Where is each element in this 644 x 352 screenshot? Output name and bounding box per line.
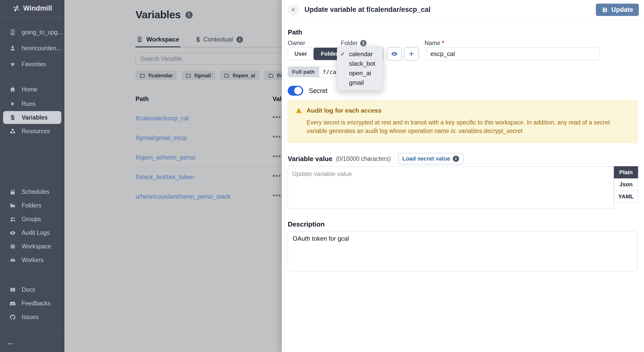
add-folder-button[interactable] <box>404 47 419 61</box>
drawer-header: Update variable at f/calendar/escp_cal U… <box>282 0 644 20</box>
description-textarea[interactable]: OAuth token for gcal <box>288 231 637 271</box>
update-button-label: Update <box>611 6 633 13</box>
home-icon <box>9 86 16 93</box>
sidebar-item-audit-logs[interactable]: Audit Logs <box>0 226 64 240</box>
plus-icon <box>409 48 414 59</box>
windmill-pinwheel-icon <box>12 5 20 12</box>
sidebar-item-favorites[interactable]: Favorites <box>0 56 64 72</box>
format-tab-yaml[interactable]: YAML <box>614 190 638 203</box>
load-secret-value-button[interactable]: Load secret value <box>398 153 463 164</box>
dollar-icon <box>9 114 16 121</box>
dropdown-item-gmail[interactable]: gmail <box>337 78 383 87</box>
nav-label: Audit Logs <box>22 229 50 236</box>
groups-icon <box>9 216 16 223</box>
full-path-label: Full path <box>288 67 319 77</box>
load-secret-value-label: Load secret value <box>402 155 450 162</box>
drawer-title: Update variable at f/calendar/escp_cal <box>304 6 590 14</box>
nav-label: Feedbacks <box>22 300 51 307</box>
gear-icon <box>9 243 16 250</box>
variable-name-input[interactable] <box>426 47 600 60</box>
nav-label: Schedules <box>22 188 49 195</box>
sidebar-secondary-nav: Schedules Folders Groups Audit Logs <box>0 185 64 267</box>
nav-label: Variables <box>22 114 48 121</box>
info-icon[interactable] <box>360 40 367 46</box>
path-labels-row: Owner Folder Name * <box>288 40 637 47</box>
close-icon <box>291 6 295 14</box>
favorites-label: Favorites <box>22 61 46 68</box>
workspace-name: going_to_upg... <box>22 29 63 36</box>
user-menu[interactable]: henricourden... <box>0 40 64 56</box>
owner-user-button[interactable]: User <box>288 48 313 60</box>
nav-label: Groups <box>22 216 41 223</box>
owner-label: Owner <box>288 40 341 47</box>
robot-icon <box>9 257 16 263</box>
dropdown-item-slack-bot[interactable]: slack_bot <box>337 59 383 68</box>
star-icon <box>9 61 16 68</box>
dropdown-item-label: calendar <box>349 51 373 58</box>
collapse-sidebar-icon[interactable] <box>7 338 15 346</box>
nav-label: Runs <box>22 100 36 107</box>
building-icon <box>9 29 16 36</box>
folder-dropdown-menu: calendar slack_bot open_ai gmail <box>337 46 383 90</box>
sidebar-item-runs[interactable]: Runs <box>0 97 64 111</box>
format-tab-json[interactable]: Json <box>614 178 638 191</box>
secret-toggle[interactable] <box>288 86 303 96</box>
windmill-logo[interactable]: Windmill <box>0 0 64 17</box>
warning-body: Every secret is encrypted at rest and in… <box>307 118 630 135</box>
dropdown-item-label: gmail <box>349 79 364 86</box>
close-drawer-button[interactable] <box>287 4 299 15</box>
drawer-body: Path Owner Folder Name * User Folder <box>288 20 637 352</box>
save-icon <box>601 6 608 13</box>
sidebar-item-feedbacks[interactable]: Feedbacks <box>0 297 64 310</box>
secret-row: Secret <box>288 86 327 96</box>
sidebar-item-folders[interactable]: Folders <box>0 199 64 212</box>
warning-title: Audit log for each access <box>307 107 382 114</box>
variable-value-textarea[interactable] <box>288 166 614 209</box>
sidebar-item-variables[interactable]: Variables <box>3 111 61 124</box>
nav-label: Workers <box>22 257 44 264</box>
dropdown-item-label: open_ai <box>349 70 371 77</box>
dropdown-item-label: slack_bot <box>349 60 375 67</box>
format-tab-plain[interactable]: Plain <box>614 166 638 179</box>
info-icon <box>453 156 459 162</box>
sidebar-item-resources[interactable]: Resources <box>0 124 64 138</box>
dropdown-item-open-ai[interactable]: open_ai <box>337 68 383 78</box>
variable-value-heading: Variable value <box>288 155 332 163</box>
folder-label: Folder <box>341 40 358 47</box>
check-icon <box>340 51 346 57</box>
discord-icon <box>9 300 16 307</box>
sidebar-primary-nav: Home Runs Variables Resources <box>0 82 64 138</box>
sidebar-item-workers[interactable]: Workers <box>0 253 64 267</box>
calendar-icon <box>9 189 16 195</box>
sidebar-item-workspace-settings[interactable]: Workspace <box>0 240 64 253</box>
toggle-knob <box>294 87 302 95</box>
book-icon <box>9 287 16 293</box>
cubes-icon <box>9 128 16 135</box>
folder-open-icon <box>9 202 16 209</box>
sidebar-footer-nav: Docs Feedbacks Issues <box>0 283 64 324</box>
sidebar-item-groups[interactable]: Groups <box>0 212 64 226</box>
sidebar-item-home[interactable]: Home <box>0 82 64 97</box>
user-icon <box>9 45 16 52</box>
sidebar-item-schedules[interactable]: Schedules <box>0 185 64 199</box>
sidebar-collapse-bar <box>0 332 64 352</box>
secret-label: Secret <box>309 87 327 95</box>
github-icon <box>9 314 16 321</box>
sidebar-item-docs[interactable]: Docs <box>0 283 64 297</box>
eye-icon <box>391 50 398 57</box>
nav-label: Issues <box>22 314 39 321</box>
eye-icon <box>9 230 16 236</box>
path-section-heading: Path <box>288 28 302 36</box>
play-icon <box>9 101 16 107</box>
update-variable-drawer: Update variable at f/calendar/escp_cal U… <box>282 0 644 352</box>
nav-label: Folders <box>22 202 41 209</box>
sidebar-item-issues[interactable]: Issues <box>0 310 64 324</box>
dropdown-item-calendar[interactable]: calendar <box>337 49 383 59</box>
workspace-selector[interactable]: going_to_upg... <box>0 24 64 40</box>
audit-warning-box: Audit log for each access Every secret i… <box>288 100 637 143</box>
sidebar-context-group: going_to_upg... henricourden... Favorite… <box>0 24 64 72</box>
name-label: Name <box>425 40 440 47</box>
required-asterisk: * <box>442 40 444 47</box>
update-button[interactable]: Update <box>596 4 639 16</box>
view-folder-button[interactable] <box>387 47 402 61</box>
